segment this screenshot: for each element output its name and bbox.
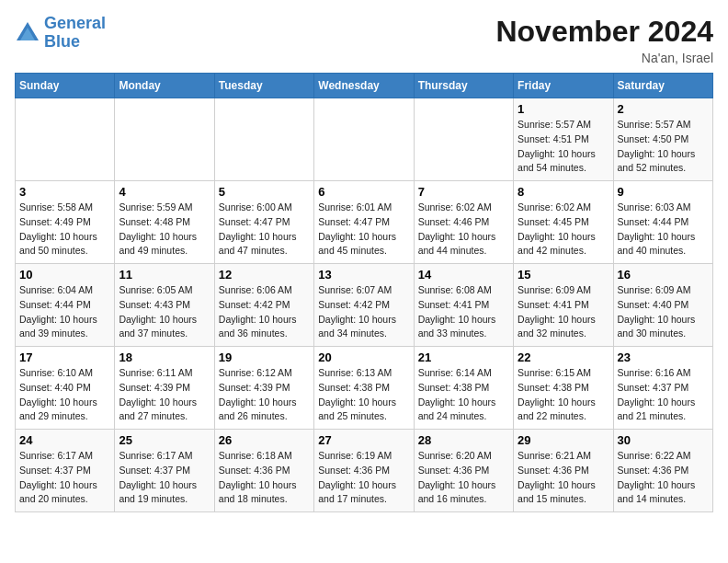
calendar-cell: 22Sunrise: 6:15 AM Sunset: 4:38 PM Dayli… bbox=[514, 347, 613, 430]
calendar-cell: 2Sunrise: 5:57 AM Sunset: 4:50 PM Daylig… bbox=[613, 98, 712, 181]
day-number: 21 bbox=[418, 350, 509, 364]
day-info: Sunrise: 5:58 AM Sunset: 4:49 PM Dayligh… bbox=[19, 201, 110, 259]
day-info: Sunrise: 6:13 AM Sunset: 4:38 PM Dayligh… bbox=[318, 366, 409, 424]
day-info: Sunrise: 6:21 AM Sunset: 4:36 PM Dayligh… bbox=[518, 449, 609, 507]
calendar-cell: 5Sunrise: 6:00 AM Sunset: 4:47 PM Daylig… bbox=[214, 181, 313, 264]
logo-icon bbox=[15, 20, 40, 46]
calendar-cell: 27Sunrise: 6:19 AM Sunset: 4:36 PM Dayli… bbox=[314, 430, 414, 512]
calendar-cell: 14Sunrise: 6:08 AM Sunset: 4:41 PM Dayli… bbox=[414, 264, 513, 347]
day-info: Sunrise: 6:20 AM Sunset: 4:36 PM Dayligh… bbox=[418, 449, 509, 507]
calendar-body: 1Sunrise: 5:57 AM Sunset: 4:51 PM Daylig… bbox=[16, 98, 713, 512]
day-number: 15 bbox=[518, 268, 609, 282]
day-number: 28 bbox=[418, 433, 509, 447]
calendar-cell: 16Sunrise: 6:09 AM Sunset: 4:40 PM Dayli… bbox=[613, 264, 712, 347]
calendar-header: SundayMondayTuesdayWednesdayThursdayFrid… bbox=[16, 74, 713, 98]
header-row: SundayMondayTuesdayWednesdayThursdayFrid… bbox=[16, 74, 713, 98]
title-area: November 2024 Na'an, Israel bbox=[495, 15, 713, 65]
day-info: Sunrise: 6:22 AM Sunset: 4:36 PM Dayligh… bbox=[618, 449, 709, 507]
calendar-cell: 18Sunrise: 6:11 AM Sunset: 4:39 PM Dayli… bbox=[115, 347, 214, 430]
day-number: 19 bbox=[219, 350, 310, 364]
day-number: 18 bbox=[119, 350, 210, 364]
day-number: 29 bbox=[518, 433, 609, 447]
calendar-cell bbox=[115, 98, 214, 181]
day-info: Sunrise: 6:01 AM Sunset: 4:47 PM Dayligh… bbox=[318, 201, 409, 259]
calendar-cell: 25Sunrise: 6:17 AM Sunset: 4:37 PM Dayli… bbox=[115, 430, 214, 512]
calendar-cell: 4Sunrise: 5:59 AM Sunset: 4:48 PM Daylig… bbox=[115, 181, 214, 264]
day-number: 13 bbox=[318, 268, 409, 282]
calendar-cell: 11Sunrise: 6:05 AM Sunset: 4:43 PM Dayli… bbox=[115, 264, 214, 347]
day-number: 11 bbox=[119, 268, 210, 282]
calendar-cell: 19Sunrise: 6:12 AM Sunset: 4:39 PM Dayli… bbox=[214, 347, 313, 430]
day-number: 9 bbox=[618, 185, 709, 199]
location: Na'an, Israel bbox=[495, 51, 713, 65]
header-day: Friday bbox=[514, 74, 613, 98]
header-day: Thursday bbox=[414, 74, 513, 98]
calendar-cell: 15Sunrise: 6:09 AM Sunset: 4:41 PM Dayli… bbox=[514, 264, 613, 347]
day-info: Sunrise: 5:57 AM Sunset: 4:51 PM Dayligh… bbox=[518, 118, 609, 176]
day-number: 1 bbox=[518, 102, 609, 116]
day-number: 4 bbox=[119, 185, 210, 199]
calendar-cell: 21Sunrise: 6:14 AM Sunset: 4:38 PM Dayli… bbox=[414, 347, 513, 430]
calendar-cell: 24Sunrise: 6:17 AM Sunset: 4:37 PM Dayli… bbox=[16, 430, 115, 512]
day-number: 2 bbox=[618, 102, 709, 116]
calendar-row: 24Sunrise: 6:17 AM Sunset: 4:37 PM Dayli… bbox=[16, 430, 713, 512]
day-info: Sunrise: 6:09 AM Sunset: 4:40 PM Dayligh… bbox=[618, 283, 709, 341]
header-day: Sunday bbox=[16, 74, 115, 98]
header-day: Saturday bbox=[613, 74, 712, 98]
day-info: Sunrise: 6:06 AM Sunset: 4:42 PM Dayligh… bbox=[219, 283, 310, 341]
day-info: Sunrise: 6:17 AM Sunset: 4:37 PM Dayligh… bbox=[19, 449, 110, 507]
calendar-cell: 17Sunrise: 6:10 AM Sunset: 4:40 PM Dayli… bbox=[16, 347, 115, 430]
day-info: Sunrise: 6:14 AM Sunset: 4:38 PM Dayligh… bbox=[418, 366, 509, 424]
day-number: 30 bbox=[618, 433, 709, 447]
calendar-cell bbox=[314, 98, 414, 181]
day-number: 27 bbox=[318, 433, 409, 447]
day-info: Sunrise: 6:07 AM Sunset: 4:42 PM Dayligh… bbox=[318, 283, 409, 341]
calendar-cell: 29Sunrise: 6:21 AM Sunset: 4:36 PM Dayli… bbox=[514, 430, 613, 512]
calendar-cell: 13Sunrise: 6:07 AM Sunset: 4:42 PM Dayli… bbox=[314, 264, 414, 347]
logo: General Blue bbox=[15, 15, 106, 52]
calendar-cell: 28Sunrise: 6:20 AM Sunset: 4:36 PM Dayli… bbox=[414, 430, 513, 512]
day-info: Sunrise: 6:03 AM Sunset: 4:44 PM Dayligh… bbox=[618, 201, 709, 259]
day-info: Sunrise: 6:02 AM Sunset: 4:45 PM Dayligh… bbox=[518, 201, 609, 259]
day-number: 25 bbox=[119, 433, 210, 447]
day-number: 22 bbox=[518, 350, 609, 364]
calendar-cell: 30Sunrise: 6:22 AM Sunset: 4:36 PM Dayli… bbox=[613, 430, 712, 512]
day-number: 20 bbox=[318, 350, 409, 364]
header-day: Wednesday bbox=[314, 74, 414, 98]
day-info: Sunrise: 5:59 AM Sunset: 4:48 PM Dayligh… bbox=[119, 201, 210, 259]
day-number: 26 bbox=[219, 433, 310, 447]
day-number: 12 bbox=[219, 268, 310, 282]
day-info: Sunrise: 6:00 AM Sunset: 4:47 PM Dayligh… bbox=[219, 201, 310, 259]
day-info: Sunrise: 6:17 AM Sunset: 4:37 PM Dayligh… bbox=[119, 449, 210, 507]
calendar-cell: 10Sunrise: 6:04 AM Sunset: 4:44 PM Dayli… bbox=[16, 264, 115, 347]
calendar-cell: 8Sunrise: 6:02 AM Sunset: 4:45 PM Daylig… bbox=[514, 181, 613, 264]
calendar-cell: 12Sunrise: 6:06 AM Sunset: 4:42 PM Dayli… bbox=[214, 264, 313, 347]
day-info: Sunrise: 6:05 AM Sunset: 4:43 PM Dayligh… bbox=[119, 283, 210, 341]
calendar-table: SundayMondayTuesdayWednesdayThursdayFrid… bbox=[15, 73, 713, 512]
logo-text: General Blue bbox=[44, 15, 106, 52]
day-info: Sunrise: 6:16 AM Sunset: 4:37 PM Dayligh… bbox=[618, 366, 709, 424]
day-number: 6 bbox=[318, 185, 409, 199]
day-number: 8 bbox=[518, 185, 609, 199]
day-info: Sunrise: 6:09 AM Sunset: 4:41 PM Dayligh… bbox=[518, 283, 609, 341]
day-info: Sunrise: 6:12 AM Sunset: 4:39 PM Dayligh… bbox=[219, 366, 310, 424]
day-info: Sunrise: 5:57 AM Sunset: 4:50 PM Dayligh… bbox=[618, 118, 709, 176]
day-number: 5 bbox=[219, 185, 310, 199]
header-day: Tuesday bbox=[214, 74, 313, 98]
calendar-cell bbox=[414, 98, 513, 181]
day-number: 24 bbox=[19, 433, 110, 447]
calendar-cell: 3Sunrise: 5:58 AM Sunset: 4:49 PM Daylig… bbox=[16, 181, 115, 264]
month-title: November 2024 bbox=[495, 15, 713, 49]
day-number: 10 bbox=[19, 268, 110, 282]
day-number: 23 bbox=[618, 350, 709, 364]
calendar-cell: 6Sunrise: 6:01 AM Sunset: 4:47 PM Daylig… bbox=[314, 181, 414, 264]
day-info: Sunrise: 6:19 AM Sunset: 4:36 PM Dayligh… bbox=[318, 449, 409, 507]
day-info: Sunrise: 6:04 AM Sunset: 4:44 PM Dayligh… bbox=[19, 283, 110, 341]
calendar-cell bbox=[16, 98, 115, 181]
day-number: 16 bbox=[618, 268, 709, 282]
day-number: 14 bbox=[418, 268, 509, 282]
calendar-cell: 23Sunrise: 6:16 AM Sunset: 4:37 PM Dayli… bbox=[613, 347, 712, 430]
calendar-row: 17Sunrise: 6:10 AM Sunset: 4:40 PM Dayli… bbox=[16, 347, 713, 430]
day-info: Sunrise: 6:15 AM Sunset: 4:38 PM Dayligh… bbox=[518, 366, 609, 424]
calendar-cell: 1Sunrise: 5:57 AM Sunset: 4:51 PM Daylig… bbox=[514, 98, 613, 181]
